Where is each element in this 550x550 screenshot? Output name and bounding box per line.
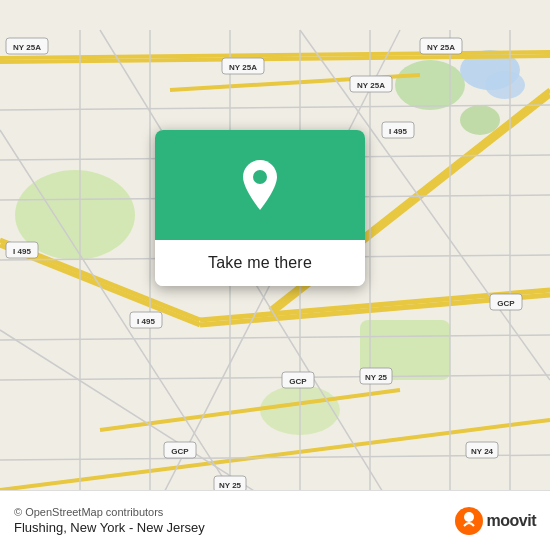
svg-point-3: [460, 105, 500, 135]
moovit-logo-icon: [455, 507, 483, 535]
moovit-logo-text: moovit: [487, 512, 536, 530]
svg-text:NY 25A: NY 25A: [13, 43, 41, 52]
svg-text:NY 25: NY 25: [219, 481, 242, 490]
location-label: Flushing, New York - New Jersey: [14, 520, 205, 535]
svg-text:GCP: GCP: [289, 377, 307, 386]
svg-text:NY 25A: NY 25A: [427, 43, 455, 52]
svg-text:GCP: GCP: [497, 299, 515, 308]
location-card: Take me there: [155, 130, 365, 286]
map-container: NY 25A NY 25A NY 25A NY 25A I 495 I 495 …: [0, 0, 550, 550]
svg-point-7: [485, 71, 525, 99]
attribution-text: © OpenStreetMap contributors: [14, 506, 205, 518]
svg-point-66: [253, 170, 267, 184]
svg-text:I 495: I 495: [389, 127, 407, 136]
svg-text:NY 25A: NY 25A: [357, 81, 385, 90]
svg-text:NY 24: NY 24: [471, 447, 494, 456]
card-map-area: [155, 130, 365, 240]
svg-text:GCP: GCP: [171, 447, 189, 456]
moovit-logo[interactable]: moovit: [455, 507, 536, 535]
svg-text:I 495: I 495: [137, 317, 155, 326]
bottom-bar-left: © OpenStreetMap contributors Flushing, N…: [14, 506, 205, 535]
take-me-there-button[interactable]: Take me there: [155, 240, 365, 286]
svg-point-2: [395, 60, 465, 110]
svg-text:NY 25A: NY 25A: [229, 63, 257, 72]
bottom-bar: © OpenStreetMap contributors Flushing, N…: [0, 490, 550, 550]
svg-text:I 495: I 495: [13, 247, 31, 256]
location-pin-icon: [238, 158, 282, 212]
svg-text:NY 25: NY 25: [365, 373, 388, 382]
svg-point-67: [464, 512, 474, 522]
